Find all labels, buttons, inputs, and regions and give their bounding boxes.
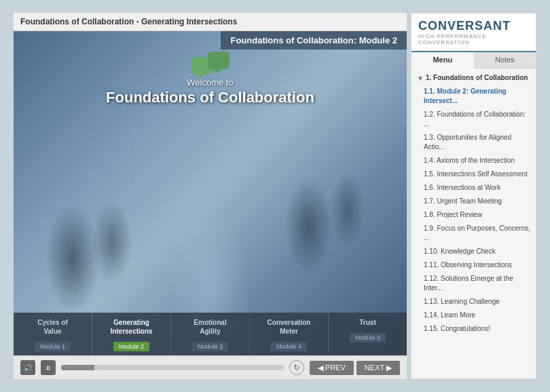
module-num: Module 1 bbox=[35, 342, 71, 351]
content-title-bar: Foundations of Collaboration - Generatin… bbox=[14, 13, 407, 31]
module-item-5[interactable]: TrustModule 5 bbox=[329, 313, 407, 355]
menu-item-12[interactable]: 1.12. Solutions Emerge at the Inter... bbox=[411, 272, 536, 295]
menu-item-3[interactable]: 1.3. Opportunities for Aligned Actio... bbox=[411, 131, 536, 154]
brand-tagline: HIGH-PERFORMANCE CONVERSATION bbox=[418, 33, 529, 45]
module-num: Module 3 bbox=[192, 342, 228, 351]
menu-section-label: 1. Foundations of Collaboration bbox=[426, 74, 528, 81]
module-num: Module 2 bbox=[113, 342, 149, 351]
menu-item-8[interactable]: 1.8. Project Review bbox=[411, 208, 536, 222]
menu-item-7[interactable]: 1.7. Urgent Team Meeting bbox=[411, 195, 536, 208]
outer-container: Foundations of Collaboration - Generatin… bbox=[7, 6, 543, 386]
module-num: Module 5 bbox=[350, 333, 386, 342]
speaker-button[interactable]: 🔊 bbox=[20, 360, 35, 375]
pause-button[interactable]: ⏸ bbox=[41, 360, 56, 375]
video-background: Foundations of Collaboration: Module 2 W… bbox=[14, 31, 407, 355]
menu-item-13[interactable]: 1.13. Learning Challenge bbox=[411, 295, 536, 309]
module-name: Trust bbox=[331, 318, 404, 327]
module-item-4[interactable]: ConversationMeterModule 4 bbox=[250, 313, 329, 355]
welcome-overlay: Welcome to Foundations of Collaboration bbox=[43, 52, 377, 113]
menu-item-15[interactable]: 1.15. Congratulations! bbox=[411, 322, 536, 336]
menu-item-5[interactable]: 1.5. Intersections Self Assessment bbox=[411, 168, 536, 181]
tabs-row: Menu Notes bbox=[411, 52, 536, 68]
module-name: EmotionalAgility bbox=[174, 318, 246, 336]
module-header: Foundations of Collaboration: Module 2 bbox=[221, 31, 407, 50]
tab-notes[interactable]: Notes bbox=[474, 52, 536, 68]
menu-item-10[interactable]: 1.10. Knowledge Check bbox=[411, 245, 536, 258]
chat-bubble-right bbox=[207, 52, 229, 69]
content-panel: Foundations of Collaboration - Generatin… bbox=[14, 13, 407, 379]
module-item-1[interactable]: Cycles ofValueModule 1 bbox=[14, 313, 92, 355]
content-title: Foundations of Collaboration - Generatin… bbox=[20, 17, 237, 26]
progress-fill bbox=[61, 365, 94, 370]
chat-icons bbox=[43, 52, 377, 75]
menu-item-4[interactable]: 1.4. Axioms of the Intersection bbox=[411, 154, 536, 168]
brand-header: CONVERSANT HIGH-PERFORMANCE CONVERSATION bbox=[411, 14, 536, 52]
menu-items-container: 1.1. Module 2: Generating Intersect...1.… bbox=[411, 85, 536, 336]
module-name: Cycles ofValue bbox=[16, 318, 89, 336]
modules-row: Cycles ofValueModule 1GeneratingIntersec… bbox=[14, 313, 407, 355]
brand-name: CONVERSANT bbox=[418, 19, 529, 33]
progress-bar[interactable] bbox=[61, 365, 284, 370]
right-panel: CONVERSANT HIGH-PERFORMANCE CONVERSATION… bbox=[411, 13, 536, 379]
module-name: GeneratingIntersections bbox=[95, 318, 168, 336]
module-item-3[interactable]: EmotionalAgilityModule 3 bbox=[171, 313, 250, 355]
menu-item-14[interactable]: 1.14. Learn More bbox=[411, 309, 536, 322]
menu-item-2[interactable]: 1.2. Foundations of Collaboration: ... bbox=[411, 108, 536, 131]
menu-section-header: ▼ 1. Foundations of Collaboration bbox=[411, 71, 536, 85]
module-item-2[interactable]: GeneratingIntersectionsModule 2 bbox=[92, 313, 171, 355]
main-layout: Foundations of Collaboration - Generatin… bbox=[14, 13, 536, 379]
menu-item-1[interactable]: 1.1. Module 2: Generating Intersect... bbox=[411, 85, 536, 108]
menu-arrow: ▼ bbox=[417, 75, 424, 82]
module-name: ConversationMeter bbox=[253, 318, 325, 336]
nav-buttons: ◀ PREV NEXT ▶ bbox=[310, 361, 400, 375]
controls-bar: 🔊 ⏸ ↻ ◀ PREV NEXT ▶ bbox=[14, 355, 407, 379]
video-area: Foundations of Collaboration: Module 2 W… bbox=[14, 31, 407, 355]
welcome-line2: Foundations of Collaboration bbox=[43, 89, 377, 106]
menu-item-11[interactable]: 1.11. Observing Intersections bbox=[411, 258, 536, 272]
menu-content: ▼ 1. Foundations of Collaboration 1.1. M… bbox=[411, 68, 536, 378]
tab-menu[interactable]: Menu bbox=[411, 52, 474, 68]
module-num: Module 4 bbox=[271, 342, 307, 351]
menu-item-9[interactable]: 1.9. Focus on Purposes, Concerns, ... bbox=[411, 222, 536, 245]
menu-item-6[interactable]: 1.6. Intersections at Work bbox=[411, 181, 536, 195]
refresh-button[interactable]: ↻ bbox=[289, 360, 304, 375]
prev-button[interactable]: ◀ PREV bbox=[310, 361, 354, 375]
next-button[interactable]: NEXT ▶ bbox=[356, 361, 400, 375]
welcome-line1: Welcome to bbox=[43, 77, 377, 87]
